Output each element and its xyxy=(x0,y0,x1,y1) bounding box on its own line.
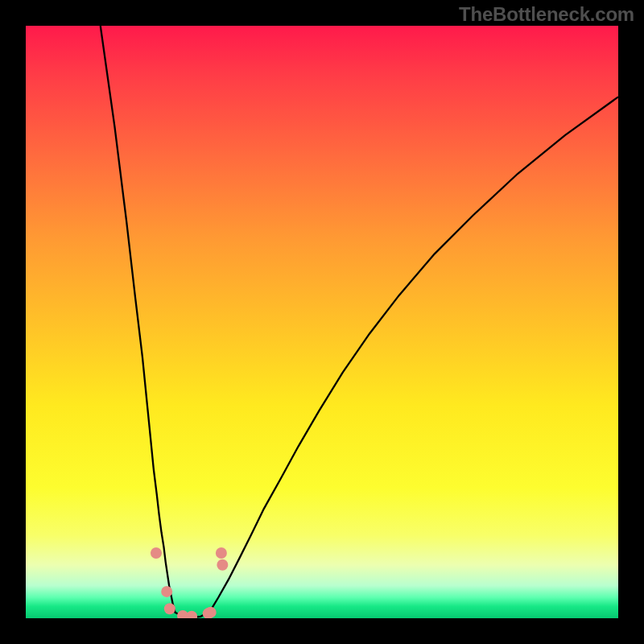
branding-watermark: TheBottleneck.com xyxy=(459,3,634,26)
curve-marker xyxy=(216,547,227,559)
curve-marker xyxy=(217,559,228,571)
curve-marker xyxy=(164,603,175,614)
plot-area xyxy=(26,26,618,618)
curve-marker xyxy=(161,586,172,597)
curve-marker xyxy=(205,607,217,618)
bottleneck-curve xyxy=(101,26,618,617)
curve-marker xyxy=(186,611,197,618)
curve-marker xyxy=(151,547,162,559)
curve-layer xyxy=(26,26,618,618)
chart-frame: TheBottleneck.com xyxy=(0,0,644,644)
